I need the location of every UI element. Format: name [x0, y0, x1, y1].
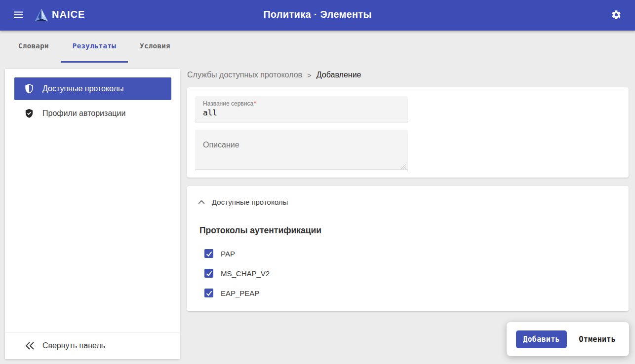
breadcrumb-current: Добавление	[317, 71, 361, 79]
page-title: Политика · Элементы	[263, 9, 372, 20]
checkbox-pap[interactable]	[204, 249, 213, 258]
brand-name: NAICE	[52, 9, 85, 20]
protocols-panel-title: Доступные протоколы	[212, 198, 288, 206]
checkbox-check-icon	[206, 271, 212, 276]
checkbox-label: EAP_PEAP	[221, 289, 259, 297]
required-mark: *	[254, 100, 256, 107]
form-actions-card: Добавить Отменить	[507, 322, 629, 356]
chevron-up-icon	[198, 198, 205, 206]
tab-results[interactable]: Результаты	[61, 31, 128, 63]
section-heading: Протоколы аутентификации	[199, 225, 321, 236]
description-textarea[interactable]	[195, 130, 408, 168]
checkbox-check-icon	[206, 251, 212, 256]
protocol-option-ms-chap-v2[interactable]: MS_CHAP_V2	[204, 267, 270, 279]
gear-icon	[611, 9, 622, 22]
tab-dictionaries[interactable]: Словари	[6, 31, 61, 63]
shield-half-icon	[23, 83, 35, 95]
settings-button[interactable]	[608, 7, 624, 23]
breadcrumb-separator: >	[307, 71, 312, 79]
app: NAICE Политика · Элементы Словари Резуль…	[0, 0, 635, 364]
description-field[interactable]	[195, 130, 408, 170]
sidebar-item-label: Доступные протоколы	[42, 84, 123, 93]
checkbox-label: MS_CHAP_V2	[221, 269, 270, 278]
submit-button[interactable]: Добавить	[516, 330, 567, 348]
protocol-option-pap[interactable]: PAP	[204, 248, 235, 259]
sidebar-item-label: Профили авторизации	[42, 109, 125, 118]
service-name-field[interactable]: Название сервиса*	[195, 96, 408, 122]
menu-button[interactable]	[10, 7, 26, 23]
shield-check-icon	[23, 108, 35, 119]
cancel-button[interactable]: Отменить	[572, 331, 623, 348]
breadcrumb: Службы доступных протоколов > Добавление	[187, 70, 361, 80]
service-form-card: Название сервиса*	[187, 87, 629, 178]
collapse-panel-label: Свернуть панель	[42, 341, 105, 350]
breadcrumb-parent[interactable]: Службы доступных протоколов	[187, 71, 302, 79]
sidebar: Доступные протоколы Профили авторизации …	[5, 69, 180, 359]
resize-handle-icon[interactable]	[400, 162, 406, 168]
brand-logo-icon	[34, 8, 49, 23]
sidebar-item-available-protocols[interactable]: Доступные протоколы	[14, 77, 171, 100]
protocols-card: Доступные протоколы Протоколы аутентифик…	[187, 186, 629, 311]
service-name-input[interactable]	[195, 107, 408, 120]
protocol-option-eap-peap[interactable]: EAP_PEAP	[204, 287, 259, 299]
collapse-panel-button[interactable]: Свернуть панель	[5, 332, 180, 359]
app-header: NAICE Политика · Элементы	[0, 0, 635, 31]
double-chevron-left-icon	[24, 340, 36, 352]
checkbox-ms-chap-v2[interactable]	[204, 269, 213, 278]
protocols-panel-header[interactable]: Доступные протоколы	[198, 197, 288, 207]
tab-conditions[interactable]: Условия	[128, 31, 182, 63]
service-name-label: Название сервиса*	[195, 96, 408, 107]
hamburger-icon	[12, 9, 24, 22]
checkbox-label: PAP	[221, 250, 235, 258]
tab-bar: Словари Результаты Условия	[0, 31, 635, 63]
sidebar-item-authorization-profiles[interactable]: Профили авторизации	[14, 102, 171, 125]
checkbox-check-icon	[206, 291, 212, 296]
checkbox-eap-peap[interactable]	[204, 289, 213, 297]
